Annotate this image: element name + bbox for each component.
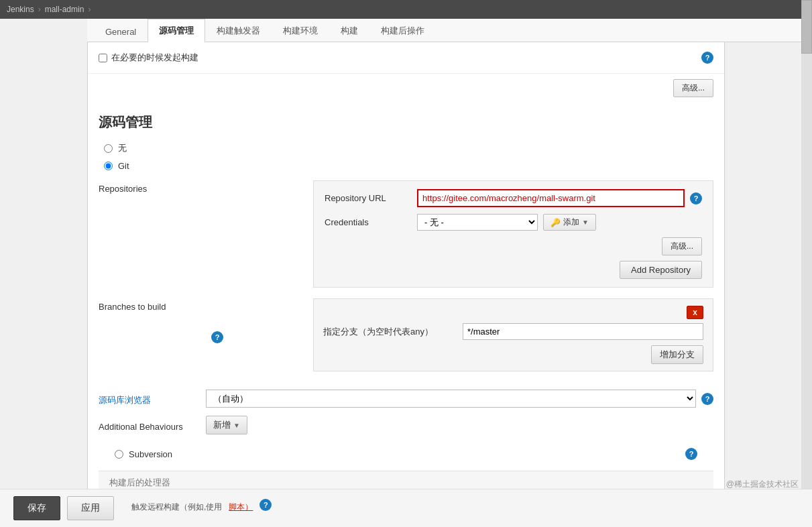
new-add-label: 新增 — [213, 419, 231, 431]
repo-url-input[interactable] — [417, 189, 685, 207]
additional-behaviours-row: Additional Behaviours 新增 ▼ — [99, 416, 713, 434]
main-content: 在必要的时候发起构建 ? 高级... 源码管理 无 Git Repositori… — [87, 42, 725, 525]
repositories-field: Repository URL ? Credentials - 无 - 🔑 添加 — [206, 180, 713, 288]
advanced-button[interactable]: 高级... — [673, 79, 713, 97]
repositories-box: Repository URL ? Credentials - 无 - 🔑 添加 — [313, 180, 713, 288]
tab-source-management[interactable]: 源码管理 — [148, 19, 205, 42]
add-cred-dropdown-arrow: ▼ — [582, 219, 589, 226]
credentials-label: Credentials — [325, 217, 412, 227]
scrollbar-thumb[interactable] — [801, 0, 812, 54]
tab-build[interactable]: 构建 — [329, 19, 369, 42]
script-link[interactable]: 脚本） — [229, 496, 253, 520]
checkbox-area: 在必要的时候发起构建 ? — [88, 42, 724, 74]
top-bar: Jenkins › mall-admin › — [0, 0, 812, 19]
additional-behaviours-label: Additional Behaviours — [99, 418, 206, 432]
repositories-row: Repositories Repository URL ? Credential… — [99, 180, 713, 288]
radio-none-label: 无 — [118, 142, 127, 154]
radio-git-label: Git — [118, 161, 129, 171]
add-branch-button[interactable]: 增加分支 — [651, 345, 703, 364]
form-section: Repositories Repository URL ? Credential… — [88, 174, 724, 501]
add-cred-label: 添加 — [563, 217, 579, 228]
repo-advanced-button[interactable]: 高级... — [662, 237, 702, 255]
subversion-row: Subversion ? — [99, 443, 713, 465]
breadcrumb-sep2: › — [88, 5, 91, 14]
add-credentials-button[interactable]: 🔑 添加 ▼ — [543, 214, 596, 231]
branch-input-label: 指定分支（为空时代表any） — [323, 326, 457, 338]
branches-row: Branches to build x 指定分支（为空时代表any） 增加分支 … — [99, 298, 713, 382]
branches-label: Branches to build — [99, 298, 206, 312]
source-browser-select[interactable]: （自动） — [206, 390, 696, 408]
repo-url-label: Repository URL — [325, 193, 412, 203]
add-branch-area: 增加分支 — [323, 345, 703, 364]
radio-none[interactable] — [104, 144, 113, 153]
radio-none-item: 无 — [104, 142, 708, 154]
right-scrollbar[interactable] — [801, 0, 812, 525]
radio-git-item: Git — [104, 161, 708, 171]
apply-button[interactable]: 应用 — [67, 496, 114, 520]
branches-help-icon[interactable]: ? — [211, 331, 223, 343]
credentials-row: Credentials - 无 - 🔑 添加 ▼ — [325, 214, 702, 231]
repositories-label: Repositories — [99, 180, 206, 194]
key-icon: 🔑 — [550, 218, 561, 227]
checkbox-label: 在必要的时候发起构建 — [111, 52, 198, 64]
checkbox-help-icon[interactable]: ? — [701, 52, 713, 64]
section-heading: 源码管理 — [88, 103, 724, 139]
breadcrumb-sep1: › — [38, 5, 41, 14]
branch-header: x — [323, 306, 703, 319]
branch-input-row: 指定分支（为空时代表any） — [323, 323, 703, 340]
radio-subversion[interactable] — [115, 450, 123, 459]
branch-input[interactable] — [463, 323, 703, 340]
tab-general[interactable]: General — [94, 21, 148, 42]
tab-build-triggers[interactable]: 构建触发器 — [205, 19, 272, 42]
branches-field: x 指定分支（为空时代表any） 增加分支 ? — [206, 298, 713, 382]
additional-behaviours-add-button[interactable]: 新增 ▼ — [206, 416, 247, 434]
tab-post-build[interactable]: 构建后操作 — [369, 19, 436, 42]
delete-branch-button[interactable]: x — [687, 306, 703, 319]
source-browser-row: 源码库浏览器 （自动） ? — [99, 390, 713, 408]
additional-behaviours-field: 新增 ▼ — [206, 416, 713, 434]
add-repository-button[interactable]: Add Repository — [620, 261, 702, 279]
source-browser-field: （自动） ? — [206, 390, 713, 408]
bottom-help-icon[interactable]: ? — [259, 499, 272, 511]
subversion-label: Subversion — [129, 449, 172, 459]
add-repo-action: Add Repository — [325, 261, 702, 279]
source-browser-help-icon[interactable]: ? — [701, 393, 713, 405]
save-button[interactable]: 保存 — [13, 496, 60, 520]
radio-group: 无 Git — [88, 139, 724, 174]
tab-build-env[interactable]: 构建环境 — [272, 19, 329, 42]
tabs-bar: General 源码管理 构建触发器 构建环境 构建 构建后操作 — [87, 19, 812, 42]
necessary-build-checkbox[interactable] — [99, 54, 107, 62]
credentials-select[interactable]: - 无 - — [417, 214, 538, 231]
breadcrumb-mall-admin[interactable]: mall-admin — [45, 5, 84, 14]
source-browser-label: 源码库浏览器 — [99, 391, 206, 406]
new-add-arrow: ▼ — [233, 422, 240, 429]
remote-build-text: 触发远程构建（例如,使用 — [131, 496, 222, 520]
advanced-area: 高级... — [88, 74, 724, 103]
radio-git[interactable] — [104, 162, 113, 170]
branches-box: x 指定分支（为空时代表any） 增加分支 — [313, 298, 713, 371]
repo-url-help-icon[interactable]: ? — [690, 192, 702, 204]
breadcrumb-jenkins[interactable]: Jenkins — [7, 5, 34, 14]
repo-actions: 高级... — [325, 237, 702, 255]
repo-url-row: Repository URL ? — [325, 189, 702, 207]
bottom-bar: 保存 应用 触发远程构建（例如,使用 脚本） ? — [0, 489, 812, 525]
subversion-help-icon[interactable]: ? — [685, 448, 697, 460]
